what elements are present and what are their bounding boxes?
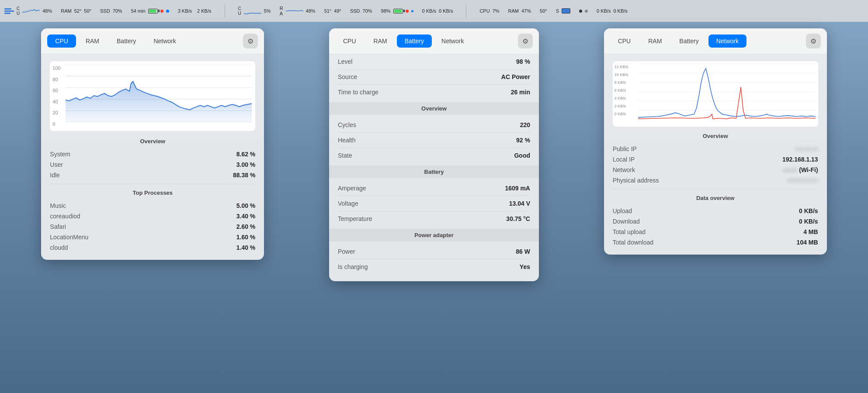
network-ssid-blurred: •••••••• xyxy=(783,167,798,173)
network-overview-rows: Public IP ••.••.•••.••• Local IP 192.168… xyxy=(613,144,818,186)
tab-cpu-3[interactable]: CPU xyxy=(610,34,639,48)
stat-label-ischarging: Is charging xyxy=(338,263,368,270)
tab-ram-2[interactable]: RAM xyxy=(366,34,395,48)
stat-row-physical-addr: Physical address ••:••:••:••:••:•• xyxy=(613,175,818,186)
tab-cpu-1[interactable]: CPU xyxy=(47,34,76,48)
stat-value-upload: 0 KB/s xyxy=(799,207,818,214)
stat-value-download: 0 KB/s xyxy=(799,218,818,225)
tab-network-2[interactable]: Network xyxy=(434,34,472,48)
menubar-battery-time: 54 min xyxy=(131,8,146,14)
tab-ram-3[interactable]: RAM xyxy=(640,34,670,48)
panel1-tab-bar: CPU RAM Battery Network ⚙ xyxy=(41,28,264,54)
stat-label-cycles: Cycles xyxy=(338,121,356,128)
stat-label-temperature: Temperature xyxy=(338,215,372,222)
panel-battery: CPU RAM Battery Network ⚙ Level 98 % Sou… xyxy=(329,28,539,281)
menubar: CU 48% RAM 52° 50° SSD 70% 54 min 3 KB/s… xyxy=(0,0,868,22)
battery-main-stats: Level 98 % Source AC Power Time to charg… xyxy=(338,54,530,100)
y-label-60: 60 xyxy=(52,88,60,93)
stat-row-upload: Upload 0 KB/s xyxy=(613,206,818,216)
menubar-p2-ssd-label: SSD xyxy=(350,8,360,14)
menubar-p2-temp2: 49° xyxy=(334,8,341,14)
overview-rows-1: System 8.62 % User 3.00 % Idle 88.38 % xyxy=(50,149,255,180)
ssd-icon xyxy=(562,8,570,14)
settings-button-3[interactable]: ⚙ xyxy=(806,34,821,48)
stat-label-download: Download xyxy=(613,218,640,225)
stat-label-total-upload: Total upload xyxy=(613,228,646,235)
settings-button-2[interactable]: ⚙ xyxy=(518,34,533,48)
tab-cpu-2[interactable]: CPU xyxy=(335,34,364,48)
stat-label-idle: Idle xyxy=(50,172,60,179)
stat-value-health: 92 % xyxy=(516,137,530,144)
stat-value-state: Good xyxy=(514,152,530,159)
stat-row-timecharge: Time to charge 26 min xyxy=(338,85,530,100)
stat-row-idle: Idle 88.38 % xyxy=(50,170,255,180)
menubar-panel1-cpu: CU 48% xyxy=(4,6,52,16)
stat-row-public-ip: Public IP ••.••.•••.••• xyxy=(613,144,818,154)
settings-button-1[interactable]: ⚙ xyxy=(243,34,258,48)
menubar-cpu-chart xyxy=(22,7,40,15)
cpu-chart-y-labels: 0 20 40 60 80 100 xyxy=(52,66,60,127)
tab-network-1[interactable]: Network xyxy=(146,34,184,48)
panel3-tab-bar: CPU RAM Battery Network ⚙ xyxy=(604,28,827,54)
cpu-chart-area: 0 20 40 60 80 100 xyxy=(50,61,255,131)
menubar-p3-ram-label: RAM xyxy=(508,8,519,14)
stat-value-idle: 88.38 % xyxy=(233,172,255,179)
panel-network: CPU RAM Battery Network ⚙ 0 KB/s 2 KB/s … xyxy=(604,28,827,255)
stat-label-source: Source xyxy=(338,73,357,80)
menubar-ssd-label: SSD xyxy=(100,8,110,14)
network-type: (Wi-Fi) xyxy=(799,166,818,173)
stat-label-total-download: Total download xyxy=(613,239,653,246)
menubar-ram-label: RAM xyxy=(61,8,71,14)
menubar-ram-value: 50° xyxy=(84,8,91,14)
y-label-80: 80 xyxy=(52,77,60,82)
menubar-panel3-temp: 50° xyxy=(540,8,547,14)
battery-poweradapter-rows: Power 86 W Is charging Yes xyxy=(338,244,530,274)
stat-value-voltage: 13.04 V xyxy=(509,200,530,207)
menubar-p2-ram-value: 48% xyxy=(306,8,316,14)
stat-label-locationmenu: LocationMenu xyxy=(50,234,88,241)
y-label-40: 40 xyxy=(52,99,60,104)
menubar-panel3-ram: RAM 47% xyxy=(508,8,531,14)
net-y-0: 0 KB/s xyxy=(615,112,628,116)
stat-value-amperage: 1609 mA xyxy=(505,185,530,192)
menubar-p2-cpu-value: 5% xyxy=(264,8,271,14)
tab-network-3[interactable]: Network xyxy=(708,34,746,48)
stat-value-music: 5.00 % xyxy=(236,202,256,209)
overview-title-3: Overview xyxy=(613,133,818,139)
menubar-p2-ram-label: RA xyxy=(280,6,283,16)
stat-row-network-name: Network •••••••• (Wi-Fi) xyxy=(613,165,818,175)
menubar-panel3-network: 0 KB/s 0 KB/s xyxy=(597,8,628,14)
dot-black1-icon xyxy=(579,10,582,13)
stat-value-cycles: 220 xyxy=(520,121,530,128)
stat-row-cloudd: cloudd 1.40 % xyxy=(50,242,255,253)
separator-2 xyxy=(466,4,466,17)
menubar-panel2-battery: 98% xyxy=(381,8,413,14)
menubar-p3-temp: 50° xyxy=(540,8,547,14)
net-y-12: 12 KB/s xyxy=(615,65,628,69)
menubar-cpu-label: CU xyxy=(17,6,20,16)
network-chart-svg xyxy=(638,64,816,120)
menubar-battery-icon xyxy=(148,9,158,14)
battery-poweradapter-header: Power adapter xyxy=(329,229,539,241)
menubar-panel2-temp: 51° 49° xyxy=(324,8,341,14)
y-label-0: 0 xyxy=(52,121,60,127)
dot-blue-icon xyxy=(166,10,169,13)
net-y-8: 8 KB/s xyxy=(615,80,628,85)
dot-red-icon xyxy=(160,10,163,13)
panel2-tab-bar: CPU RAM Battery Network ⚙ xyxy=(329,28,539,54)
stat-row-safari: Safari 2.60 % xyxy=(50,221,255,232)
stat-row-level: Level 98 % xyxy=(338,54,530,69)
tab-battery-1[interactable]: Battery xyxy=(109,34,144,48)
tab-ram-1[interactable]: RAM xyxy=(78,34,107,48)
stat-row-music: Music 5.00 % xyxy=(50,200,255,211)
menubar-panel1-ssd: SSD 70% xyxy=(100,8,122,14)
data-overview-title: Data overview xyxy=(613,195,818,201)
battery-overview-rows: Cycles 220 Health 92 % State Good xyxy=(338,117,530,163)
tab-battery-2[interactable]: Battery xyxy=(397,34,432,48)
tab-battery-3[interactable]: Battery xyxy=(671,34,706,48)
menubar-p3-ssd-label: S xyxy=(556,8,559,14)
cpu-chart-svg xyxy=(66,65,252,122)
stat-row-total-download: Total download 104 MB xyxy=(613,237,818,248)
menubar-p2-upload: 0 KB/s xyxy=(422,8,436,14)
stat-label-public-ip: Public IP xyxy=(613,145,637,152)
